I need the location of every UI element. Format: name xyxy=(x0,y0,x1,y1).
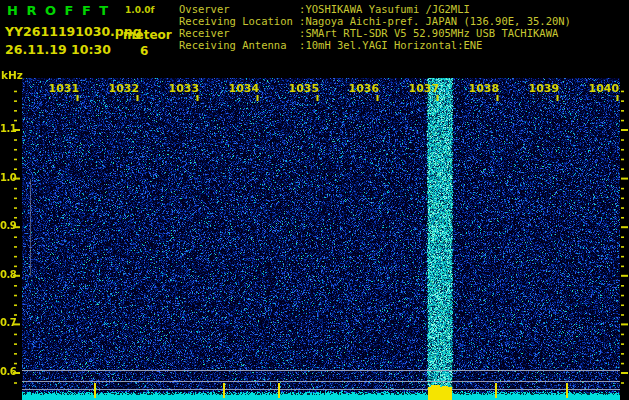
app-version: 1.0.0f xyxy=(125,5,155,15)
freq-axis-unit: kHz xyxy=(1,69,23,81)
time-label: 1032 xyxy=(109,82,139,95)
freq-label: 1.0 xyxy=(0,172,14,183)
mode-label: meteor xyxy=(123,28,172,42)
hrofft-screen: H R O F F T 1.0.0f YY2611191030.png mete… xyxy=(0,0,629,400)
freq-label: 0.7 xyxy=(0,317,14,328)
meteor-count: 6 xyxy=(140,44,148,58)
time-label: 1039 xyxy=(529,82,559,95)
time-label: 1038 xyxy=(469,82,499,95)
time-label: 1034 xyxy=(229,82,259,95)
freq-label: 0.6 xyxy=(0,366,14,377)
time-label: 1036 xyxy=(349,82,379,95)
time-label: 1037 xyxy=(409,82,439,95)
station-line: Receiving Location :Nagoya Aichi-pref. J… xyxy=(179,15,571,27)
station-line: Receiver :SMArt RTL-SDR V5 52.905MHz USB… xyxy=(179,27,571,39)
time-label: 1031 xyxy=(49,82,79,95)
time-label: 1035 xyxy=(289,82,319,95)
spectrogram-canvas xyxy=(0,68,629,400)
freq-label: 0.8 xyxy=(0,269,14,280)
time-label: 1033 xyxy=(169,82,199,95)
station-line: Ovserver :YOSHIKAWA Yasufumi /JG2MLI xyxy=(179,3,571,15)
timestamp: 26.11.19 10:30 xyxy=(5,42,111,57)
freq-label: 1.1 xyxy=(0,123,14,134)
output-filename: YY2611191030.png xyxy=(5,24,142,39)
station-line: Receiving Antenna :10mH 3el.YAGI Horizon… xyxy=(179,39,571,51)
app-title: H R O F F T xyxy=(7,3,110,18)
station-info: Ovserver :YOSHIKAWA Yasufumi /JG2MLIRece… xyxy=(179,3,571,51)
time-label: 1040 xyxy=(589,82,619,95)
freq-label: 0.9 xyxy=(0,220,14,231)
